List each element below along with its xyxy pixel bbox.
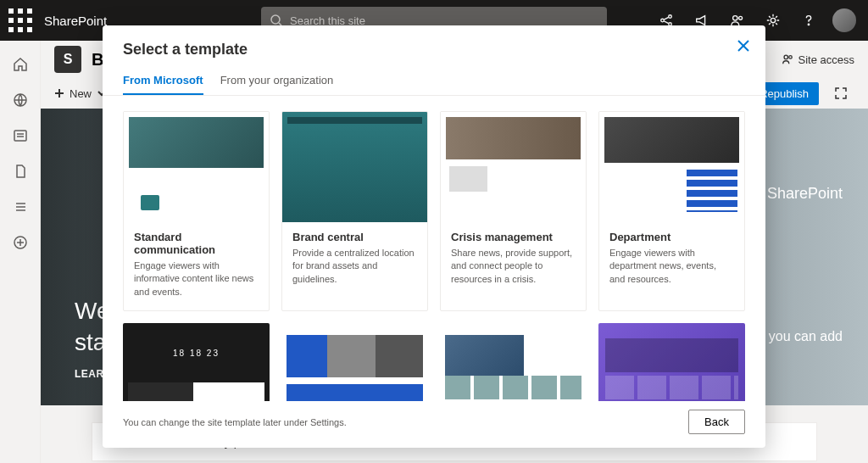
modal-back-button[interactable]: Back xyxy=(688,410,745,434)
modal-tabs: From Microsoft From your organization xyxy=(103,67,765,96)
svg-rect-6 xyxy=(8,27,14,32)
template-card-brand-central[interactable]: Brand central Provide a centralized loca… xyxy=(281,111,428,311)
svg-rect-2 xyxy=(27,8,32,14)
svg-point-31 xyxy=(788,56,792,59)
modal-footer: You can change the site template later u… xyxy=(103,401,765,448)
template-thumb xyxy=(598,323,745,401)
svg-point-18 xyxy=(771,18,775,22)
template-desc: Engage viewers with department news, eve… xyxy=(609,247,734,286)
rail-lists-icon[interactable] xyxy=(3,190,37,224)
template-title: Brand central xyxy=(292,231,417,243)
template-desc: Share news, provide support, and connect… xyxy=(451,247,576,286)
svg-rect-5 xyxy=(27,18,32,23)
rail-files-icon[interactable] xyxy=(3,154,37,188)
svg-point-17 xyxy=(739,16,743,20)
svg-point-12 xyxy=(669,15,672,19)
template-title: Department xyxy=(609,231,734,243)
template-card-crisis-management[interactable]: Crisis management Share news, provide su… xyxy=(440,111,587,311)
template-card-hr[interactable] xyxy=(281,323,428,401)
modal-body[interactable]: Standard communication Engage viewers wi… xyxy=(103,96,765,401)
template-thumb xyxy=(124,112,269,222)
template-thumb xyxy=(440,323,587,401)
svg-rect-7 xyxy=(18,27,23,32)
app-nav-rail xyxy=(0,41,41,463)
site-access-link[interactable]: Site access xyxy=(782,53,854,66)
template-grid: Standard communication Engage viewers wi… xyxy=(123,111,745,401)
tab-from-microsoft[interactable]: From Microsoft xyxy=(123,67,203,95)
template-thumb xyxy=(441,112,586,222)
template-modal: Select a template From Microsoft From yo… xyxy=(103,25,765,448)
svg-rect-8 xyxy=(27,27,32,32)
rail-globe-icon[interactable] xyxy=(3,83,37,117)
user-avatar[interactable] xyxy=(832,8,856,32)
svg-rect-0 xyxy=(8,8,14,14)
svg-point-9 xyxy=(271,15,280,24)
svg-line-14 xyxy=(664,17,668,20)
close-icon xyxy=(736,38,751,53)
tab-from-organization[interactable]: From your organization xyxy=(220,67,334,95)
svg-point-16 xyxy=(733,16,737,20)
svg-rect-21 xyxy=(14,131,26,141)
svg-point-30 xyxy=(784,55,787,59)
app-name: SharePoint xyxy=(44,14,107,28)
svg-point-19 xyxy=(808,24,809,25)
cmd-new-button[interactable]: New xyxy=(54,87,107,100)
svg-line-15 xyxy=(664,21,668,24)
help-icon[interactable] xyxy=(792,3,826,37)
svg-rect-1 xyxy=(18,8,23,14)
expand-icon[interactable] xyxy=(827,80,854,107)
template-card-learning[interactable] xyxy=(598,323,745,401)
svg-rect-3 xyxy=(8,18,14,23)
modal-overlay: Select a template From Microsoft From yo… xyxy=(0,25,868,463)
site-logo[interactable]: S xyxy=(54,46,81,73)
app-launcher-icon[interactable] xyxy=(7,7,34,34)
modal-close-button[interactable] xyxy=(732,34,755,58)
rail-news-icon[interactable] xyxy=(3,119,37,153)
template-thumb xyxy=(123,323,270,401)
site-access-label: Site access xyxy=(798,53,854,66)
template-thumb xyxy=(282,112,427,222)
modal-footer-note: You can change the site template later u… xyxy=(123,417,347,427)
svg-rect-4 xyxy=(18,18,23,23)
template-thumb xyxy=(281,323,428,401)
template-desc: Provide a centralized location for brand… xyxy=(292,247,417,286)
republish-label: Republish xyxy=(760,87,809,100)
template-title: Standard communication xyxy=(134,231,259,256)
cmd-new-label: New xyxy=(70,87,92,100)
template-card-standard-communication[interactable]: Standard communication Engage viewers wi… xyxy=(123,111,270,311)
template-card-leadership[interactable] xyxy=(440,323,587,401)
svg-point-11 xyxy=(661,19,665,22)
template-desc: Engage viewers with informative content … xyxy=(134,259,259,298)
template-card-event[interactable] xyxy=(123,323,270,401)
modal-title: Select a template xyxy=(103,25,765,67)
template-thumb xyxy=(599,112,744,222)
template-title: Crisis management xyxy=(451,231,576,243)
rail-home-icon[interactable] xyxy=(3,47,37,81)
rail-create-icon[interactable] xyxy=(3,226,37,259)
template-card-department[interactable]: Department Engage viewers with departmen… xyxy=(598,111,745,311)
